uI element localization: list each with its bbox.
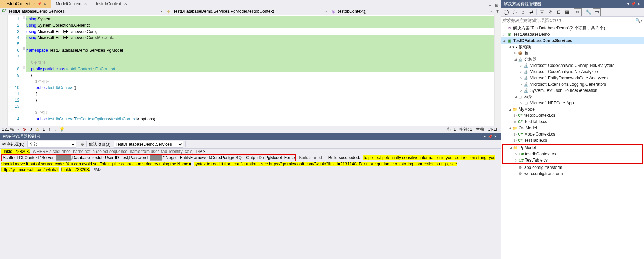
lightbulb-icon[interactable]: 💡 [59, 127, 65, 132]
forward-icon[interactable]: ◌ [511, 8, 518, 16]
error-icon[interactable]: ⊘ [23, 127, 26, 132]
folder-node-oramodel[interactable]: ◢ 📁 OraModel [501, 125, 644, 131]
dependencies-node[interactable]: ◢ ⚬⚬ 依赖项 [501, 44, 644, 50]
tab-testdbcontext-active[interactable]: testdbContext.cs 📌 ✕ [0, 0, 51, 8]
preview-icon[interactable]: ▫▫ [574, 8, 582, 16]
packages-node[interactable]: ▷ 📦 包 [501, 50, 644, 56]
switch-views-icon[interactable]: ⇄ [527, 8, 535, 16]
back-icon[interactable]: ◯ [502, 8, 510, 16]
expand-icon[interactable]: ▷ [513, 158, 518, 162]
zoom-level[interactable]: 121 % [2, 127, 14, 132]
split-horizontal-icon[interactable]: ⬍ [494, 9, 501, 14]
gear-icon[interactable]: ⚙ [81, 142, 84, 147]
pin-icon[interactable]: 📌 [630, 2, 636, 6]
frameworks-node[interactable]: ◢ ▢ 框架 [501, 94, 644, 100]
window-dropdown-icon[interactable]: ▾ [626, 2, 630, 6]
default-project-select[interactable]: TestDFatabaseDemo.Services [114, 141, 183, 148]
package-source-select[interactable]: 全部 [27, 141, 76, 148]
show-all-icon[interactable]: ▦ [563, 8, 571, 16]
collapse-icon[interactable]: ◢ [507, 107, 512, 111]
close-icon[interactable]: ✕ [43, 2, 47, 6]
analyzer-item[interactable]: ▷🔬Microsoft.Extensions.Logging.Generator… [501, 81, 644, 87]
home-icon[interactable]: ⌂ [519, 8, 527, 16]
tab-close-all[interactable]: ⊞ [493, 3, 501, 8]
expand-icon[interactable]: ▷ [513, 139, 518, 142]
chevron-down-icon[interactable]: ▾ [17, 128, 19, 131]
folder-node-mymodel[interactable]: ◢ 📁 MyModel [501, 106, 644, 112]
file-item[interactable]: ▷C#TestTable.cs [503, 157, 642, 163]
config-file[interactable]: ⚙web.config.transform [501, 171, 644, 177]
expand-icon[interactable]: ▷ [518, 83, 523, 86]
file-item[interactable]: ▷C#testdbContext.cs [501, 112, 644, 119]
project-node-active[interactable]: ◢ ▣ TestDFatabaseDemo.Services [501, 37, 644, 44]
expand-icon[interactable]: ▷ [513, 114, 518, 117]
nav-scope[interactable]: C# TestDFatabaseDemo.Services ▾ [0, 8, 165, 15]
framework-icon: ▢ [518, 94, 523, 100]
col-indicator[interactable]: 字符: 1 [459, 127, 472, 132]
analyzer-item[interactable]: ▷🔬Microsoft.CodeAnalysis.NetAnalyzers [501, 69, 644, 75]
expand-icon[interactable]: ▷ [513, 152, 518, 156]
folder-node-pgmodel[interactable]: ◢ 📁 PgModel [503, 145, 642, 151]
console-output[interactable]: LinkId=723263. WHERE s sequence_name not… [0, 149, 501, 259]
project-node[interactable]: ▷ ▣ TestDatabaseDemo [501, 31, 644, 37]
analyzer-item[interactable]: ▷🔬System.Text.Json.SourceGeneration [501, 87, 644, 94]
indent-indicator[interactable]: 空格 [476, 127, 484, 132]
dependencies-icon: ⚬⚬ [512, 44, 518, 50]
expand-icon[interactable]: ▷ [518, 101, 523, 105]
collapse-icon[interactable]: ⊟ [555, 8, 562, 16]
pin-icon[interactable]: 📌 [487, 135, 493, 138]
expand-icon[interactable]: ▷ [518, 64, 523, 67]
file-item[interactable]: ▷C#TestTable.cs [501, 119, 644, 125]
solution-explorer-header: 解决方案资源管理器 ▾ 📌 ✕ [501, 0, 644, 8]
collapse-icon[interactable]: ◢ [513, 95, 518, 98]
nav-prev-icon[interactable]: ↑ [48, 127, 50, 132]
window-dropdown-icon[interactable]: ▾ [483, 135, 487, 138]
file-item[interactable]: ▷C#ModelContext.cs [501, 131, 644, 137]
nav-next-icon[interactable]: ↓ [54, 127, 56, 132]
close-icon[interactable]: ✕ [493, 135, 498, 138]
file-item[interactable]: ▷C#testdbContext.cs [503, 151, 642, 157]
config-file[interactable]: ⚙app.config.transform [501, 164, 644, 171]
tab-testdbcontext-2[interactable]: testdbContext.cs [91, 0, 131, 8]
chevron-down-icon[interactable]: ▾ [641, 18, 643, 23]
code-content[interactable]: using System;using System.Collections.Ge… [26, 15, 494, 126]
collapse-icon[interactable]: ◢ [508, 146, 513, 149]
line-indicator[interactable]: 行: 1 [447, 127, 456, 132]
list-icon[interactable]: ≔ [188, 142, 192, 147]
console-line: Build succeeded. [328, 155, 360, 160]
expand-icon[interactable]: ▷ [518, 70, 523, 74]
collapse-icon[interactable]: ◢ [507, 45, 512, 49]
warning-icon[interactable]: ⚠ [35, 127, 39, 132]
file-item[interactable]: ▷C#TestTable.cs [501, 137, 644, 144]
close-icon[interactable]: ✕ [636, 2, 641, 6]
solution-node[interactable]: ⧉ 解决方案"TestDatabaseDemo"(2 个项目，共 2 个) [501, 25, 644, 31]
view-icon[interactable]: ▭ [593, 8, 601, 16]
search-input[interactable] [502, 18, 635, 23]
sync-icon[interactable]: ⟳ [546, 8, 554, 16]
code-editor[interactable]: 1234567 89 10111213 14 ⊟⊟⊟ using System;… [0, 15, 501, 126]
nav-class[interactable]: ◆ TestDFatabaseDemo.Services.PgModel.tes… [165, 8, 330, 15]
analyzer-item[interactable]: ▷🔬Microsoft.EntityFrameworkCore.Analyzer… [501, 75, 644, 81]
analyzer-item[interactable]: ▷🔬Microsoft.CodeAnalysis.CSharp.NetAnaly… [501, 62, 644, 69]
framework-item[interactable]: ▷▢Microsoft.NETCore.App [501, 100, 644, 106]
collapse-icon[interactable]: ◢ [513, 58, 518, 61]
fold-column[interactable]: ⊟⊟⊟ [22, 15, 26, 126]
search-icon[interactable]: 🔍 [635, 18, 641, 23]
expand-icon[interactable]: ▷ [513, 120, 518, 123]
properties-icon[interactable]: 🔧 [585, 8, 592, 16]
expand-icon[interactable]: ▷ [502, 33, 507, 36]
nav-member[interactable]: ◉ testdbContext() ▾ [329, 8, 494, 15]
collapse-icon[interactable]: ◢ [502, 39, 507, 42]
expand-icon[interactable]: ▷ [518, 89, 523, 92]
filter-icon[interactable]: ▽ [538, 8, 546, 16]
vertical-scrollbar[interactable] [494, 15, 501, 126]
tab-modelcontext[interactable]: ModelContext.cs [51, 0, 91, 8]
pin-icon[interactable]: 📌 [37, 2, 41, 6]
expand-icon[interactable]: ▷ [513, 51, 518, 55]
expand-icon[interactable]: ▷ [513, 132, 518, 136]
expand-icon[interactable]: ▷ [518, 76, 523, 80]
analyzers-node[interactable]: ◢ 🔬 分析器 [501, 56, 644, 62]
eol-indicator[interactable]: CRLF [488, 127, 499, 132]
tab-overflow-dropdown[interactable]: ▾ [487, 3, 493, 8]
collapse-icon[interactable]: ◢ [507, 126, 512, 130]
